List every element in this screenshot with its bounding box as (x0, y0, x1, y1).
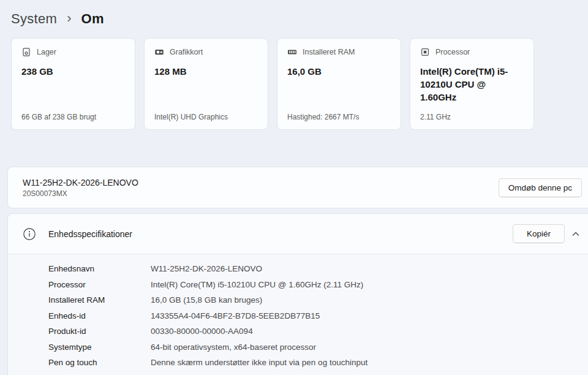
spec-value: 64-bit operativsystem, x64-baseret proce… (151, 343, 316, 352)
device-name-card: W11-25H2-DK-2026-LENOVO 20S00073MX Omdøb… (7, 167, 588, 208)
spec-row-processor: Processor Intel(R) Core(TM) i5-10210U CP… (48, 277, 588, 293)
spec-row-device-id: Enheds-id 143355A4-04F6-4BF2-B7D8-5EEB2D… (48, 308, 588, 324)
card-detail: Intel(R) UHD Graphics (154, 113, 258, 121)
card-header: Processor (420, 47, 524, 57)
spec-value: 16,0 GB (15,8 GB kan bruges) (151, 295, 262, 305)
summary-card-storage: Lager 238 GB 66 GB af 238 GB brugt (11, 38, 135, 130)
summary-card-graphics: Grafikkort 128 MB Intel(R) UHD Graphics (144, 38, 268, 130)
card-header: Grafikkort (154, 47, 258, 57)
spec-value: W11-25H2-DK-2026-LENOVO (151, 264, 262, 273)
gpu-icon (154, 47, 164, 57)
spec-row-pen-touch: Pen og touch Denne skærm understøtter ik… (48, 355, 588, 371)
ram-icon (287, 47, 297, 57)
page-title: Om (81, 11, 104, 27)
spec-row-product-id: Produkt-id 00330-80000-00000-AA094 (48, 324, 588, 339)
card-header: Lager (21, 47, 125, 57)
cpu-icon (420, 47, 430, 57)
spec-label: Installeret RAM (48, 295, 151, 305)
spec-row-device-name: Enhedsnavn W11-25H2-DK-2026-LENOVO (48, 261, 588, 277)
storage-icon (21, 47, 31, 57)
spec-value: Intel(R) Core(TM) i5-10210U CPU @ 1.60GH… (151, 280, 363, 289)
spec-label: Enhedsnavn (48, 264, 151, 273)
card-label: Lager (37, 48, 56, 56)
settings-about-page: System › Om Lager 238 GB 66 GB af 238 GB… (0, 0, 588, 375)
spec-value: Denne skærm understøtter ikke input via … (151, 358, 368, 367)
spec-label: Processor (48, 280, 151, 289)
card-value: 128 MB (154, 65, 258, 78)
spec-table: Enhedsnavn W11-25H2-DK-2026-LENOVO Proce… (8, 254, 588, 375)
card-label: Processor (435, 48, 470, 56)
spec-value: 143355A4-04F6-4BF2-B7D8-5EEB2DB77B15 (151, 311, 320, 320)
spec-row-ram: Installeret RAM 16,0 GB (15,8 GB kan bru… (48, 292, 588, 308)
rename-pc-button[interactable]: Omdøb denne pc (499, 178, 582, 197)
device-specifications-section: Enhedsspecifikationer Kopiér Enhedsnavn … (7, 213, 588, 375)
summary-card-processor: Processor Intel(R) Core(TM) i5-10210U CP… (410, 38, 534, 130)
info-icon (23, 227, 36, 241)
card-value: 16,0 GB (287, 65, 391, 78)
card-label: Installeret RAM (303, 48, 355, 56)
summary-card-ram: Installeret RAM 16,0 GB Hastighed: 2667 … (277, 38, 401, 130)
card-detail: 2.11 GHz (420, 113, 524, 121)
card-detail: Hastighed: 2667 MT/s (287, 113, 391, 121)
breadcrumb-chevron-icon: › (67, 10, 71, 26)
card-value: 238 GB (21, 65, 125, 78)
copy-button[interactable]: Kopiér (513, 224, 565, 243)
spec-label: Enheds-id (48, 311, 151, 320)
card-detail: 66 GB af 238 GB brugt (21, 113, 125, 121)
section-title: Enhedsspecifikationer (48, 229, 132, 239)
breadcrumb-system[interactable]: System (11, 11, 57, 27)
spec-value: 00330-80000-00000-AA094 (151, 327, 253, 336)
chevron-up-icon[interactable] (567, 225, 584, 243)
card-value: Intel(R) Core(TM) i5-10210U CPU @ 1.60GH… (420, 65, 524, 104)
device-specifications-header[interactable]: Enhedsspecifikationer Kopiér (8, 214, 588, 254)
device-name-block: W11-25H2-DK-2026-LENOVO 20S00073MX (23, 178, 138, 198)
card-label: Grafikkort (170, 48, 203, 56)
spec-label: Systemtype (48, 343, 151, 352)
device-name: W11-25H2-DK-2026-LENOVO (23, 178, 138, 188)
card-header: Installeret RAM (287, 47, 391, 57)
breadcrumb: System › Om (0, 0, 588, 31)
spec-row-system-type: Systemtype 64-bit operativsystem, x64-ba… (48, 339, 588, 355)
device-model: 20S00073MX (23, 189, 138, 198)
spec-label: Pen og touch (48, 358, 151, 367)
spec-label: Produkt-id (48, 327, 151, 336)
summary-cards: Lager 238 GB 66 GB af 238 GB brugt Grafi… (11, 38, 588, 130)
